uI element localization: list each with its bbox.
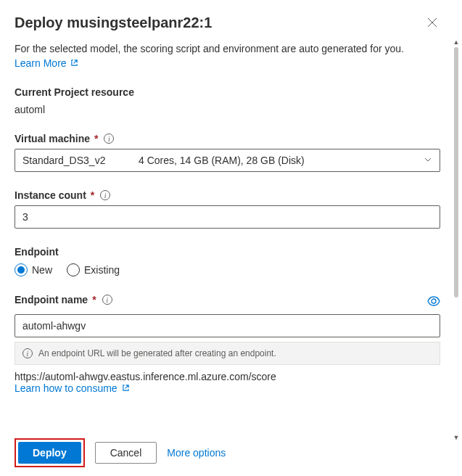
radio-icon [67, 263, 80, 276]
highlight-annotation: Deploy [15, 438, 85, 467]
endpoint-name-label: Endpoint name * i [15, 294, 112, 305]
endpoint-url: https://automl-ahwgv.eastus.inference.ml… [15, 371, 440, 382]
scroll-down-icon[interactable]: ▼ [453, 435, 460, 441]
learn-more-link[interactable]: Learn More [15, 57, 78, 69]
vm-select[interactable]: Standard_DS3_v2 4 Cores, 14 GB (RAM), 28… [15, 149, 440, 172]
page-title: Deploy musingsteelpanr22:1 [15, 15, 212, 31]
scroll-up-icon[interactable]: ▲ [453, 39, 460, 46]
vm-label: Virtual machine * i [15, 133, 114, 144]
radio-icon [15, 263, 28, 276]
learn-more-label: Learn More [15, 57, 67, 69]
scroll-thumb[interactable] [454, 47, 458, 298]
cancel-button[interactable]: Cancel [95, 442, 157, 464]
endpoint-existing-radio[interactable]: Existing [67, 263, 120, 276]
endpoint-new-label: New [32, 264, 52, 276]
close-button[interactable] [424, 15, 440, 33]
close-icon [427, 17, 437, 28]
vm-detail: 4 Cores, 14 GB (RAM), 28 GB (Disk) [139, 155, 432, 166]
learn-consume-label: Learn how to consume [15, 382, 117, 394]
footer-actions: Deploy Cancel More options [0, 430, 240, 476]
learn-consume-link[interactable]: Learn how to consume [15, 382, 130, 394]
endpoint-name-input[interactable] [15, 314, 440, 337]
required-indicator: * [94, 133, 98, 144]
eye-icon[interactable] [427, 296, 440, 308]
chevron-down-icon [424, 155, 432, 166]
instance-count-input[interactable] [15, 205, 440, 229]
endpoint-info-banner: i An endpoint URL will be generated afte… [15, 342, 440, 365]
svg-point-0 [432, 299, 436, 303]
endpoint-banner-text: An endpoint URL will be generated after … [38, 348, 276, 358]
scrollbar[interactable]: ▲ ▼ [452, 39, 461, 441]
endpoint-section-label: Endpoint [15, 246, 440, 258]
project-resource-value: automl [15, 104, 45, 115]
instance-count-label-text: Instance count [15, 189, 86, 201]
project-resource-label: Current Project resource [15, 86, 440, 98]
more-options-link[interactable]: More options [167, 447, 226, 459]
deploy-button[interactable]: Deploy [18, 442, 81, 464]
info-icon[interactable]: i [104, 134, 114, 144]
vm-selected-value: Standard_DS3_v2 [22, 155, 139, 166]
required-indicator: * [91, 189, 94, 201]
vm-label-text: Virtual machine [15, 133, 90, 144]
info-icon[interactable]: i [100, 190, 110, 200]
endpoint-existing-label: Existing [84, 264, 120, 276]
external-link-icon [70, 59, 78, 69]
external-link-icon [122, 384, 130, 394]
instance-count-label: Instance count * i [15, 189, 110, 201]
info-icon[interactable]: i [102, 295, 112, 305]
required-indicator: * [92, 294, 96, 305]
subtitle-text: For the selected model, the scoring scri… [15, 43, 440, 54]
endpoint-name-label-text: Endpoint name [15, 294, 88, 305]
endpoint-new-radio[interactable]: New [15, 263, 52, 276]
info-icon: i [22, 348, 33, 358]
